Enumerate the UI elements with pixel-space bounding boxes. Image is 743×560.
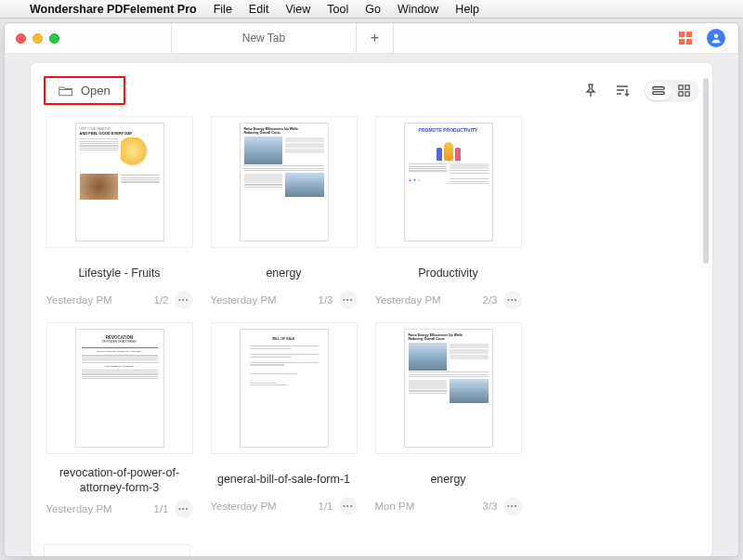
- file-time: Yesterday PM: [211, 501, 313, 512]
- file-time: Yesterday PM: [211, 294, 313, 306]
- file-pages: 1/1: [319, 501, 333, 512]
- file-title: revocation-of-power-of-attorney-form-3: [50, 465, 189, 496]
- svg-rect-2: [653, 91, 664, 94]
- file-meta: Yesterday PM 1/2 ···: [46, 291, 193, 309]
- file-more-button[interactable]: ···: [175, 291, 193, 309]
- file-more-button[interactable]: ···: [339, 497, 358, 515]
- file-more-button[interactable]: ···: [503, 291, 522, 309]
- file-time: Yesterday PM: [46, 503, 149, 514]
- close-window-button[interactable]: [16, 33, 26, 44]
- file-pages: 1/3: [319, 294, 333, 306]
- file-meta: Yesterday PM 1/3 ···: [211, 291, 358, 309]
- file-title: general-bill-of-sale-form-1: [217, 465, 350, 493]
- file-title: Productivity: [418, 259, 478, 287]
- panel-toolbar: Open: [44, 76, 699, 105]
- open-button[interactable]: Open: [44, 76, 125, 105]
- view-list-button[interactable]: [645, 82, 671, 100]
- file-thumbnail[interactable]: Raise Energy Efficiencies Up WhileReduci…: [375, 322, 522, 454]
- recent-files-panel: Open: [31, 63, 712, 556]
- scrollbar[interactable]: [703, 76, 709, 543]
- files-grid: HOW TO EAT HEALTHY AND FEEL GOOD EVERY D…: [44, 116, 699, 556]
- file-card-partial[interactable]: [44, 544, 190, 557]
- tab-label: New Tab: [242, 32, 285, 45]
- file-title: energy: [430, 465, 465, 493]
- menu-view[interactable]: View: [285, 3, 310, 16]
- sort-icon[interactable]: [612, 81, 632, 101]
- menu-window[interactable]: Window: [398, 3, 438, 16]
- scrollbar-thumb[interactable]: [703, 78, 709, 264]
- file-meta: Yesterday PM 2/3 ···: [375, 291, 522, 309]
- app-grid-icon[interactable]: [679, 32, 692, 45]
- file-thumbnail[interactable]: HOW TO EAT HEALTHY AND FEEL GOOD EVERY D…: [46, 116, 193, 248]
- file-thumbnail[interactable]: BILL OF SALE: [211, 322, 358, 454]
- file-card[interactable]: REVOCATION OF POWER OF ATTORNEY REVOCATI…: [44, 322, 195, 518]
- mac-menubar: Wondershare PDFelement Pro File Edit Vie…: [0, 0, 743, 19]
- file-pages: 3/3: [483, 501, 498, 512]
- pin-icon[interactable]: [580, 81, 601, 101]
- user-avatar[interactable]: [707, 29, 725, 47]
- file-title: Lifestyle - Fruits: [78, 259, 160, 287]
- file-card[interactable]: Raise Energy Efficiencies Up WhileReduci…: [208, 116, 359, 309]
- file-more-button[interactable]: ···: [175, 500, 193, 518]
- fullscreen-window-button[interactable]: [49, 33, 59, 44]
- new-tab-button[interactable]: +: [357, 23, 394, 53]
- menu-go[interactable]: Go: [365, 3, 381, 16]
- titlebar: New Tab +: [5, 23, 738, 54]
- file-pages: 2/3: [483, 294, 498, 306]
- tab-new[interactable]: New Tab: [171, 23, 357, 53]
- traffic-lights: [5, 33, 59, 44]
- file-more-button[interactable]: ···: [503, 497, 522, 515]
- file-time: Yesterday PM: [375, 294, 477, 306]
- menu-file[interactable]: File: [214, 3, 232, 16]
- app-window: New Tab + Open: [4, 22, 739, 557]
- file-thumbnail[interactable]: PROMOTE PRODUCTIVITY ▲■●: [375, 116, 522, 248]
- file-pages: 1/1: [154, 503, 169, 514]
- folder-open-icon: [59, 85, 73, 98]
- file-card[interactable]: PROMOTE PRODUCTIVITY ▲■●: [372, 116, 524, 309]
- file-time: Mon PM: [375, 501, 477, 512]
- file-pages: 1/2: [154, 294, 169, 306]
- file-card[interactable]: HOW TO EAT HEALTHY AND FEEL GOOD EVERY D…: [44, 116, 195, 309]
- file-time: Yesterday PM: [46, 294, 149, 306]
- open-button-label: Open: [81, 84, 111, 98]
- svg-rect-1: [653, 86, 664, 89]
- minimize-window-button[interactable]: [33, 33, 43, 44]
- svg-rect-3: [679, 85, 683, 88]
- app-name[interactable]: Wondershare PDFelement Pro: [30, 3, 197, 16]
- tab-strip: New Tab +: [171, 23, 679, 53]
- file-meta: Mon PM 3/3 ···: [375, 497, 522, 515]
- svg-point-0: [714, 34, 719, 39]
- menu-tool[interactable]: Tool: [327, 3, 348, 16]
- menu-help[interactable]: Help: [455, 3, 479, 16]
- svg-rect-5: [679, 91, 683, 95]
- titlebar-right: [679, 29, 738, 47]
- view-toggle: [644, 80, 699, 102]
- file-meta: Yesterday PM 1/1 ···: [46, 500, 193, 518]
- file-card[interactable]: BILL OF SALE: [208, 322, 359, 518]
- menu-edit[interactable]: Edit: [249, 3, 269, 16]
- view-grid-button[interactable]: [671, 82, 697, 100]
- svg-rect-4: [685, 85, 689, 88]
- file-title: energy: [266, 259, 301, 287]
- plus-icon: +: [371, 30, 379, 46]
- file-more-button[interactable]: ···: [339, 291, 358, 309]
- file-thumbnail[interactable]: REVOCATION OF POWER OF ATTORNEY REVOCATI…: [46, 322, 193, 454]
- svg-rect-6: [685, 91, 689, 95]
- file-thumbnail[interactable]: Raise Energy Efficiencies Up WhileReduci…: [211, 116, 358, 248]
- file-card[interactable]: Raise Energy Efficiencies Up WhileReduci…: [372, 322, 524, 518]
- file-meta: Yesterday PM 1/1 ···: [211, 497, 358, 515]
